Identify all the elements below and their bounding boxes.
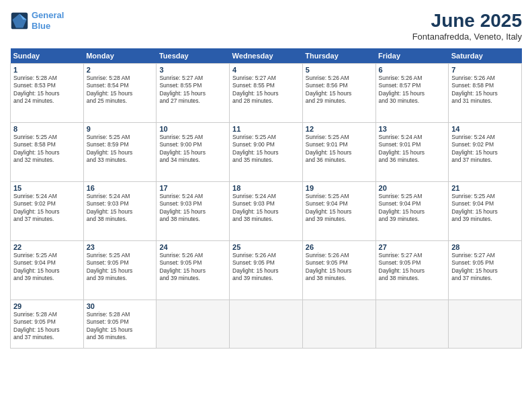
calendar-table: Sunday Monday Tuesday Wednesday Thursday… (10, 48, 522, 349)
day-number: 14 (451, 125, 519, 133)
logo-text: General Blue (32, 10, 64, 31)
day-number: 4 (232, 66, 300, 74)
cell-content: Sunrise: 5:26 AMSunset: 8:57 PMDaylight:… (379, 75, 446, 105)
table-row: 30Sunrise: 5:28 AMSunset: 9:05 PMDayligh… (83, 300, 157, 349)
header-friday: Friday (375, 48, 449, 64)
day-number: 23 (87, 243, 154, 251)
table-row: 22Sunrise: 5:25 AMSunset: 9:04 PMDayligh… (11, 241, 84, 300)
day-number: 20 (379, 184, 446, 192)
header: General Blue June 2025 Fontanafredda, Ve… (10, 10, 522, 42)
cell-content: Sunrise: 5:24 AMSunset: 9:03 PMDaylight:… (232, 193, 300, 224)
calendar-week-row: 15Sunrise: 5:24 AMSunset: 9:02 PMDayligh… (11, 182, 522, 241)
cell-content: Sunrise: 5:28 AMSunset: 8:53 PMDaylight:… (13, 75, 81, 105)
cell-content: Sunrise: 5:25 AMSunset: 8:58 PMDaylight:… (13, 134, 81, 165)
cell-content: Sunrise: 5:24 AMSunset: 9:01 PMDaylight:… (379, 134, 446, 165)
day-number: 8 (13, 125, 81, 133)
header-row: Sunday Monday Tuesday Wednesday Thursday… (11, 48, 522, 64)
table-row (449, 300, 522, 349)
table-row (302, 300, 375, 349)
cell-content: Sunrise: 5:26 AMSunset: 8:56 PMDaylight:… (306, 75, 373, 105)
cell-content: Sunrise: 5:25 AMSunset: 9:00 PMDaylight:… (159, 134, 226, 165)
table-row: 3Sunrise: 5:27 AMSunset: 8:55 PMDaylight… (157, 64, 230, 123)
table-row: 12Sunrise: 5:25 AMSunset: 9:01 PMDayligh… (302, 123, 375, 182)
day-number: 3 (159, 66, 226, 74)
day-number: 6 (379, 66, 446, 74)
header-saturday: Saturday (449, 48, 522, 64)
table-row: 10Sunrise: 5:25 AMSunset: 9:00 PMDayligh… (157, 123, 230, 182)
day-number: 10 (159, 125, 226, 133)
cell-content: Sunrise: 5:25 AMSunset: 9:01 PMDaylight:… (306, 134, 373, 165)
location: Fontanafredda, Veneto, Italy (412, 32, 522, 42)
cell-content: Sunrise: 5:25 AMSunset: 9:04 PMDaylight:… (306, 193, 373, 224)
cell-content: Sunrise: 5:25 AMSunset: 9:04 PMDaylight:… (451, 193, 519, 224)
cell-content: Sunrise: 5:27 AMSunset: 9:05 PMDaylight:… (451, 252, 519, 283)
table-row: 14Sunrise: 5:24 AMSunset: 9:02 PMDayligh… (449, 123, 522, 182)
header-thursday: Thursday (302, 48, 375, 64)
cell-content: Sunrise: 5:25 AMSunset: 8:59 PMDaylight:… (87, 134, 154, 165)
day-number: 24 (159, 243, 226, 251)
day-number: 1 (13, 66, 81, 74)
day-number: 29 (13, 302, 81, 310)
table-row: 26Sunrise: 5:26 AMSunset: 9:05 PMDayligh… (302, 241, 375, 300)
cell-content: Sunrise: 5:25 AMSunset: 9:04 PMDaylight:… (13, 252, 81, 283)
day-number: 22 (13, 243, 81, 251)
cell-content: Sunrise: 5:28 AMSunset: 9:05 PMDaylight:… (87, 311, 154, 342)
table-row (375, 300, 449, 349)
table-row: 13Sunrise: 5:24 AMSunset: 9:01 PMDayligh… (375, 123, 449, 182)
day-number: 11 (232, 125, 300, 133)
day-number: 2 (87, 66, 154, 74)
cell-content: Sunrise: 5:28 AMSunset: 8:54 PMDaylight:… (87, 75, 154, 105)
header-tuesday: Tuesday (157, 48, 230, 64)
table-row: 6Sunrise: 5:26 AMSunset: 8:57 PMDaylight… (375, 64, 449, 123)
day-number: 28 (451, 243, 519, 251)
cell-content: Sunrise: 5:24 AMSunset: 9:03 PMDaylight:… (159, 193, 226, 224)
table-row: 19Sunrise: 5:25 AMSunset: 9:04 PMDayligh… (302, 182, 375, 241)
day-number: 19 (306, 184, 373, 192)
table-row: 5Sunrise: 5:26 AMSunset: 8:56 PMDaylight… (302, 64, 375, 123)
page: General Blue June 2025 Fontanafredda, Ve… (0, 0, 532, 411)
table-row: 8Sunrise: 5:25 AMSunset: 8:58 PMDaylight… (11, 123, 84, 182)
cell-content: Sunrise: 5:26 AMSunset: 9:05 PMDaylight:… (306, 252, 373, 283)
table-row: 9Sunrise: 5:25 AMSunset: 8:59 PMDaylight… (83, 123, 157, 182)
calendar-week-row: 22Sunrise: 5:25 AMSunset: 9:04 PMDayligh… (11, 241, 522, 300)
day-number: 16 (87, 184, 154, 192)
day-number: 5 (306, 66, 373, 74)
table-row: 16Sunrise: 5:24 AMSunset: 9:03 PMDayligh… (83, 182, 157, 241)
cell-content: Sunrise: 5:25 AMSunset: 9:05 PMDaylight:… (87, 252, 154, 283)
cell-content: Sunrise: 5:27 AMSunset: 8:55 PMDaylight:… (159, 75, 226, 105)
day-number: 18 (232, 184, 300, 192)
cell-content: Sunrise: 5:24 AMSunset: 9:02 PMDaylight:… (13, 193, 81, 224)
table-row: 29Sunrise: 5:28 AMSunset: 9:05 PMDayligh… (11, 300, 84, 349)
logo: General Blue (10, 10, 64, 31)
title-area: June 2025 Fontanafredda, Veneto, Italy (412, 10, 522, 42)
calendar-week-row: 29Sunrise: 5:28 AMSunset: 9:05 PMDayligh… (11, 300, 522, 349)
table-row: 27Sunrise: 5:27 AMSunset: 9:05 PMDayligh… (375, 241, 449, 300)
table-row: 15Sunrise: 5:24 AMSunset: 9:02 PMDayligh… (11, 182, 84, 241)
header-sunday: Sunday (11, 48, 84, 64)
day-number: 9 (87, 125, 154, 133)
table-row: 2Sunrise: 5:28 AMSunset: 8:54 PMDaylight… (83, 64, 157, 123)
cell-content: Sunrise: 5:25 AMSunset: 9:04 PMDaylight:… (379, 193, 446, 224)
logo-icon (10, 11, 29, 30)
calendar-week-row: 1Sunrise: 5:28 AMSunset: 8:53 PMDaylight… (11, 64, 522, 123)
day-number: 13 (379, 125, 446, 133)
day-number: 12 (306, 125, 373, 133)
header-wednesday: Wednesday (230, 48, 303, 64)
day-number: 15 (13, 184, 81, 192)
calendar-week-row: 8Sunrise: 5:25 AMSunset: 8:58 PMDaylight… (11, 123, 522, 182)
table-row: 11Sunrise: 5:25 AMSunset: 9:00 PMDayligh… (230, 123, 303, 182)
table-row (230, 300, 303, 349)
table-row: 24Sunrise: 5:26 AMSunset: 9:05 PMDayligh… (157, 241, 230, 300)
table-row: 18Sunrise: 5:24 AMSunset: 9:03 PMDayligh… (230, 182, 303, 241)
table-row (157, 300, 230, 349)
day-number: 17 (159, 184, 226, 192)
table-row: 4Sunrise: 5:27 AMSunset: 8:55 PMDaylight… (230, 64, 303, 123)
cell-content: Sunrise: 5:24 AMSunset: 9:03 PMDaylight:… (87, 193, 154, 224)
header-monday: Monday (83, 48, 157, 64)
day-number: 25 (232, 243, 300, 251)
cell-content: Sunrise: 5:26 AMSunset: 8:58 PMDaylight:… (451, 75, 519, 105)
month-title: June 2025 (412, 10, 522, 32)
cell-content: Sunrise: 5:26 AMSunset: 9:05 PMDaylight:… (232, 252, 300, 283)
table-row: 28Sunrise: 5:27 AMSunset: 9:05 PMDayligh… (449, 241, 522, 300)
day-number: 21 (451, 184, 519, 192)
